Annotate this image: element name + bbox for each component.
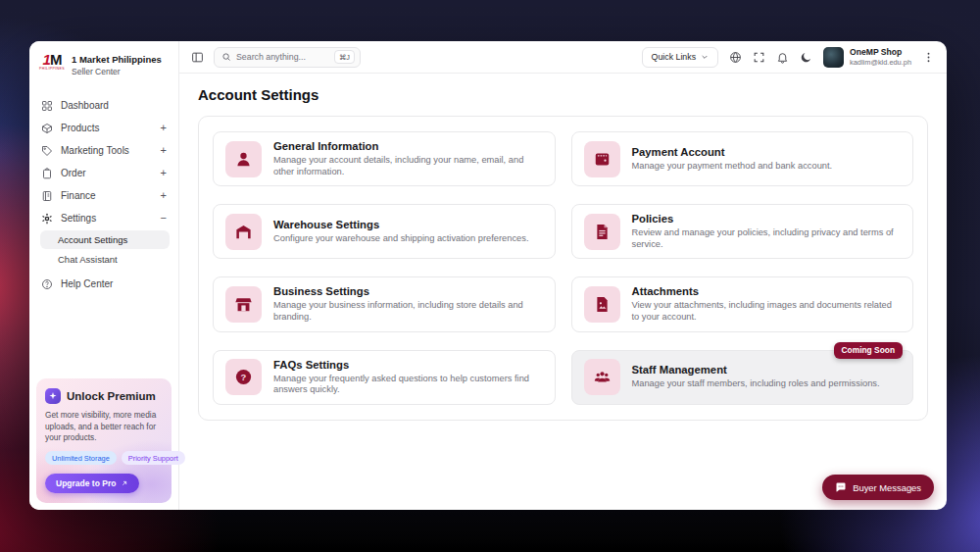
card-title: Payment Account (632, 146, 833, 158)
buyer-messages-button[interactable]: Buyer Messages (822, 475, 934, 500)
quick-links-label: Quick Links (652, 52, 696, 62)
search-input[interactable]: ⌘J (214, 47, 361, 68)
card-title: General Information (273, 140, 543, 152)
card-title: FAQs Settings (273, 359, 543, 371)
user-menu[interactable]: OneMP Shop kadlim@kld.edu.ph (823, 47, 911, 68)
premium-promo-card: Unlock Premium Get more visibility, more… (36, 378, 172, 503)
upgrade-button-label: Upgrade to Pro (56, 478, 116, 488)
expand-plus-icon[interactable]: + (161, 145, 167, 156)
expand-plus-icon[interactable]: + (161, 190, 167, 201)
sidebar-nav: Dashboard Products + Marketing Tools + O… (29, 86, 178, 371)
sidebar-subitem-account-settings[interactable]: Account Settings (40, 230, 170, 249)
collapse-minus-icon[interactable]: − (161, 213, 167, 224)
people-group-icon (584, 359, 620, 395)
sidebar-item-products[interactable]: Products + (38, 117, 170, 139)
sidebar-subitem-chat-assistant[interactable]: Chat Assistant (40, 250, 170, 269)
package-icon (41, 123, 53, 134)
card-policies[interactable]: Policies Review and manage your policies… (571, 204, 914, 259)
brand-name: 1 Market Philippines (72, 54, 162, 65)
card-description: Manage your staff members, including rol… (632, 378, 880, 390)
language-globe-icon[interactable] (729, 51, 742, 64)
card-business-settings[interactable]: Business Settings Manage your business i… (213, 276, 556, 331)
sidebar-item-finance[interactable]: Finance + (38, 184, 170, 207)
notifications-bell-icon[interactable] (776, 51, 789, 64)
help-circle-icon (41, 278, 53, 290)
card-payment-account[interactable]: Payment Account Manage your payment meth… (571, 131, 914, 186)
card-title: Attachments (632, 285, 902, 297)
card-title: Staff Management (632, 364, 880, 376)
chat-bubble-icon (835, 481, 847, 493)
sidebar-subitem-label: Chat Assistant (58, 254, 118, 265)
document-icon (584, 214, 620, 250)
card-description: Review and manage your policies, includi… (632, 227, 902, 250)
card-description: View your attachments, including images … (632, 300, 902, 323)
quick-links-button[interactable]: Quick Links (642, 47, 718, 68)
person-icon (225, 141, 262, 177)
dashboard-icon (41, 100, 53, 112)
sidebar-item-order[interactable]: Order + (38, 162, 170, 184)
wallet-icon (584, 141, 620, 177)
card-title: Business Settings (273, 285, 543, 297)
badge-priority-support: Priority Support (122, 451, 185, 465)
card-description: Manage your business information, includ… (273, 300, 543, 323)
expand-plus-icon[interactable]: + (161, 123, 167, 133)
card-attachments[interactable]: Attachments View your attachments, inclu… (571, 276, 914, 331)
sidebar-item-marketing-tools[interactable]: Marketing Tools + (38, 139, 170, 162)
sidebar-item-label: Help Center (61, 278, 167, 289)
card-title: Policies (632, 213, 902, 225)
app-window: 1M PHILIPPINES 1 Market Philippines Sell… (29, 41, 947, 510)
question-mark-icon: ? (225, 359, 262, 395)
clipboard-icon (41, 168, 53, 179)
fullscreen-icon[interactable] (753, 51, 765, 64)
kebab-menu-icon[interactable] (922, 51, 935, 64)
dark-mode-moon-icon[interactable] (800, 51, 812, 64)
tag-icon (41, 145, 53, 157)
card-general-information[interactable]: General Information Manage your account … (213, 131, 556, 186)
arrow-up-right-icon (121, 479, 128, 487)
sidebar-toggle-icon[interactable] (191, 51, 204, 64)
card-title: Warehouse Settings (273, 219, 528, 230)
brand-subtitle: Seller Center (72, 67, 162, 76)
ledger-icon (41, 190, 53, 202)
sidebar-item-label: Order (61, 168, 153, 178)
user-name: OneMP Shop (850, 47, 911, 57)
card-description: Manage your frequently asked questions t… (273, 374, 543, 396)
user-email: kadlim@kld.edu.ph (850, 58, 911, 67)
image-document-icon (584, 286, 620, 323)
gear-icon (41, 213, 53, 225)
upgrade-to-pro-button[interactable]: Upgrade to Pro (45, 474, 139, 493)
coming-soon-badge: Coming Soon (834, 342, 903, 359)
sidebar-item-dashboard[interactable]: Dashboard (38, 94, 170, 117)
storefront-icon (225, 286, 262, 323)
card-description: Manage your account details, including y… (273, 155, 543, 177)
premium-title: Unlock Premium (67, 390, 156, 402)
topbar: ⌘J Quick Links (179, 41, 947, 74)
buyer-messages-label: Buyer Messages (853, 482, 921, 493)
sidebar-item-label: Dashboard (61, 100, 167, 111)
sidebar-item-label: Marketing Tools (61, 145, 153, 156)
keyboard-shortcut-badge: ⌘J (334, 50, 355, 64)
sidebar-item-label: Settings (61, 213, 153, 224)
logo-letter: M (50, 51, 62, 68)
premium-description: Get more visibility, more media uploads,… (45, 410, 163, 444)
expand-plus-icon[interactable]: + (161, 168, 167, 178)
chevron-down-icon (701, 53, 709, 61)
search-field[interactable] (236, 52, 329, 62)
page-title: Account Settings (198, 86, 928, 103)
card-warehouse-settings[interactable]: Warehouse Settings Configure your wareho… (213, 204, 556, 259)
sidebar-subitem-label: Account Settings (58, 234, 127, 245)
card-faqs-settings[interactable]: ? FAQs Settings Manage your frequently a… (213, 350, 556, 405)
svg-text:?: ? (241, 372, 247, 382)
search-icon (221, 52, 231, 62)
brand: 1M PHILIPPINES 1 Market Philippines Sell… (29, 41, 178, 86)
avatar (823, 47, 844, 68)
content: Account Settings General Information Man… (179, 74, 947, 510)
badge-unlimited-storage: Unlimited Storage (45, 451, 117, 465)
card-description: Configure your warehouse and shipping ac… (273, 233, 528, 245)
brand-logo: 1M PHILIPPINES (39, 52, 65, 77)
sidebar-item-help-center[interactable]: Help Center (38, 273, 170, 295)
sparkle-icon (45, 388, 61, 404)
sidebar-item-label: Products (61, 123, 153, 133)
card-description: Manage your payment method and bank acco… (632, 161, 833, 173)
sidebar-item-settings[interactable]: Settings − (38, 207, 170, 229)
